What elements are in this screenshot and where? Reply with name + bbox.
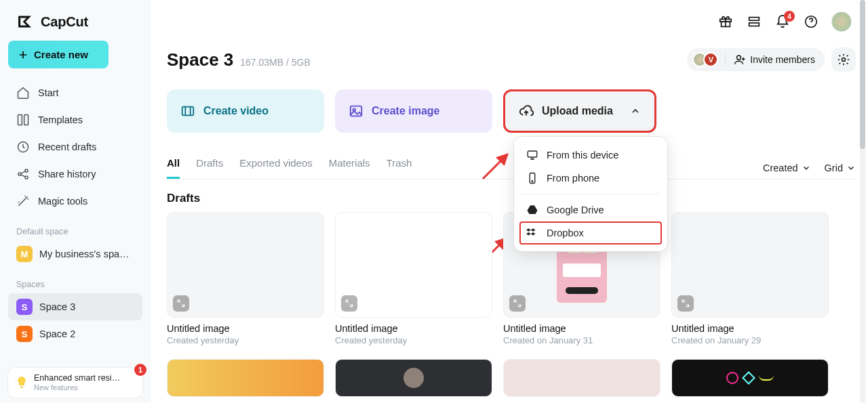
draft-card[interactable]: Untitled image Created yesterday: [167, 212, 324, 345]
layout-icon[interactable]: [746, 14, 762, 30]
app-name: CapCut: [41, 14, 88, 30]
draft-card[interactable]: Untitled image Created yesterday: [335, 212, 492, 345]
drafts-section-title: Drafts: [167, 192, 856, 205]
draft-thumb[interactable]: [335, 359, 492, 397]
space-name: Space 2: [39, 328, 75, 339]
title-row: Space 3 167.03MB / 5GB V Invite members: [167, 47, 856, 72]
gift-icon[interactable]: [717, 14, 734, 30]
invite-members-button[interactable]: Invite members: [725, 54, 815, 66]
default-space-item[interactable]: M My business's spa…: [8, 240, 142, 268]
space-name: My business's spa…: [39, 249, 130, 259]
draft-title: Untitled image: [167, 323, 324, 334]
chevron-down-icon: [846, 163, 856, 173]
video-icon: [180, 104, 195, 119]
spaces-section-label: Spaces: [8, 268, 142, 293]
magic-icon: [16, 194, 30, 208]
space-item-space2[interactable]: S Space 2: [8, 320, 142, 347]
space-item-space3[interactable]: S Space 3: [8, 293, 142, 320]
dd-label: From phone: [547, 173, 599, 184]
page-title: Space 3: [167, 49, 233, 70]
upload-media-card[interactable]: Upload media: [503, 89, 656, 133]
dropbox-icon: [526, 227, 538, 239]
view-label: Grid: [825, 163, 843, 173]
plus-icon: [18, 49, 28, 60]
scrollbar[interactable]: [859, 0, 867, 403]
tab-drafts[interactable]: Drafts: [196, 157, 223, 179]
view-dropdown[interactable]: Grid: [825, 163, 856, 173]
tab-all[interactable]: All: [167, 157, 180, 179]
nav-templates[interactable]: Templates: [8, 106, 142, 133]
storage-quota: 167.03MB / 5GB: [240, 57, 311, 68]
gear-icon: [837, 53, 850, 66]
chevron-up-icon: [630, 106, 641, 116]
sidebar: CapCut Create new Start Templates Recent…: [0, 0, 151, 403]
upload-google-drive[interactable]: Google Drive: [519, 198, 662, 221]
space-name: Space 3: [39, 301, 75, 312]
topbar: 4: [167, 0, 856, 43]
nav-recent-drafts[interactable]: Recent drafts: [8, 133, 142, 161]
resize-icon: [173, 295, 189, 312]
action-cards: Create video Create image Upload media F…: [167, 89, 856, 133]
sort-dropdown[interactable]: Created: [763, 163, 811, 173]
nav-magic-tools[interactable]: Magic tools: [8, 188, 142, 215]
lightbulb-icon: [15, 376, 28, 389]
members-pill: V Invite members: [687, 48, 825, 71]
feature-callout[interactable]: Enhanced smart resi… New features 1: [8, 368, 142, 398]
draft-date: Created on January 29: [671, 335, 829, 345]
upload-from-device[interactable]: From this device: [519, 144, 662, 167]
create-new-button[interactable]: Create new: [8, 41, 108, 68]
tab-exported-videos[interactable]: Exported videos: [239, 157, 313, 179]
nav-label: Start: [38, 87, 59, 98]
space-badge: S: [16, 299, 33, 315]
draft-card[interactable]: Untitled image Created on January 29: [671, 212, 829, 345]
create-video-card[interactable]: Create video: [167, 89, 324, 133]
card-label: Upload media: [542, 105, 613, 117]
nav-label: Magic tools: [38, 196, 87, 207]
nav-share-history[interactable]: Share history: [8, 161, 142, 188]
dd-label: Google Drive: [547, 205, 604, 215]
tab-materials[interactable]: Materials: [329, 157, 370, 179]
scrollbar-thumb[interactable]: [860, 0, 865, 149]
draft-title: Untitled image: [335, 323, 492, 334]
default-space-section-label: Default space: [8, 215, 142, 240]
svg-point-11: [737, 56, 741, 60]
dd-label: From this device: [547, 150, 618, 161]
resize-icon: [341, 295, 357, 312]
tab-trash[interactable]: Trash: [387, 157, 412, 179]
home-icon: [16, 86, 30, 100]
sort-label: Created: [763, 163, 798, 173]
upload-cloud-icon: [519, 104, 534, 119]
create-image-card[interactable]: Create image: [335, 89, 492, 133]
upload-from-phone[interactable]: From phone: [519, 167, 662, 190]
resize-icon: [509, 295, 526, 312]
svg-rect-0: [18, 115, 22, 125]
svg-point-18: [532, 181, 533, 182]
card-label: Create image: [372, 105, 440, 117]
svg-rect-13: [182, 107, 194, 116]
space-badge: M: [16, 246, 33, 262]
draft-thumb[interactable]: [167, 359, 324, 397]
bell-icon[interactable]: 4: [774, 14, 791, 30]
user-avatar[interactable]: [831, 12, 852, 32]
image-icon: [349, 104, 363, 119]
drafts-row2: [167, 359, 856, 397]
draft-thumb[interactable]: [671, 359, 829, 397]
feature-title: Enhanced smart resi…: [34, 373, 120, 383]
help-icon[interactable]: [803, 14, 819, 30]
settings-button[interactable]: [831, 47, 856, 72]
svg-rect-9: [749, 23, 760, 26]
draft-title: Untitled image: [671, 323, 829, 334]
draft-thumb: [167, 212, 324, 318]
svg-rect-8: [749, 18, 760, 21]
capcut-logo-icon: [16, 12, 35, 31]
share-icon: [16, 167, 30, 181]
draft-thumb[interactable]: [503, 359, 660, 397]
tabs-row: All Drafts Exported videos Materials Tra…: [167, 157, 856, 179]
draft-date: Created yesterday: [335, 335, 492, 345]
app-logo[interactable]: CapCut: [8, 12, 142, 41]
nav-start[interactable]: Start: [8, 79, 142, 106]
nav-label: Share history: [38, 169, 96, 179]
clock-icon: [16, 140, 30, 154]
upload-dropbox[interactable]: Dropbox: [519, 221, 662, 245]
feature-subtitle: New features: [34, 383, 120, 392]
